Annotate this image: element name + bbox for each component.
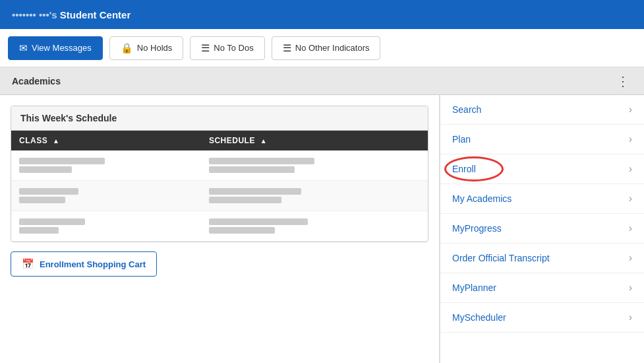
nav-item-label: My Academics — [452, 193, 512, 204]
nav-item-my-progress[interactable]: MyProgress › — [440, 214, 644, 244]
no-other-indicators-button[interactable]: ☰ No Other Indicators — [272, 36, 381, 60]
left-panel: This Week's Schedule CLASS ▲ SCHEDULE ▲ — [0, 95, 440, 363]
chevron-right-icon: › — [629, 133, 632, 145]
academics-options-button[interactable]: ⋮ — [614, 73, 632, 89]
nav-item-my-scheduler[interactable]: MyScheduler › — [440, 303, 644, 333]
nav-item-label: MyProgress — [452, 223, 502, 234]
list-icon: ☰ — [201, 42, 210, 54]
header: ••••••• •••'s Student Center — [0, 0, 644, 29]
right-panel: Search › Plan › Enroll › My Academics › … — [440, 95, 644, 363]
schedule-table: CLASS ▲ SCHEDULE ▲ — [11, 131, 428, 242]
main-content: This Week's Schedule CLASS ▲ SCHEDULE ▲ — [0, 95, 644, 363]
chevron-right-icon: › — [629, 193, 632, 205]
class-cell — [11, 211, 201, 242]
lock-icon: 🔒 — [121, 42, 133, 54]
nav-item-label: Order Official Transcript — [452, 253, 550, 263]
class-column-header: CLASS ▲ — [11, 131, 201, 150]
view-messages-button[interactable]: ✉ View Messages — [8, 36, 103, 60]
nav-item-plan[interactable]: Plan › — [440, 125, 644, 154]
nav-item-label: Enroll — [452, 164, 476, 174]
no-holds-button[interactable]: 🔒 No Holds — [109, 36, 183, 60]
chevron-right-icon: › — [629, 104, 632, 116]
table-row — [11, 211, 428, 242]
nav-item-order-transcript[interactable]: Order Official Transcript › — [440, 244, 644, 273]
chevron-right-icon: › — [629, 163, 632, 175]
table-row — [11, 181, 428, 211]
class-cell — [11, 150, 201, 181]
enrollment-shopping-cart-button[interactable]: 📅 Enrollment Shopping Cart — [11, 251, 157, 277]
nav-item-label: MyScheduler — [452, 312, 506, 323]
chevron-right-icon: › — [629, 222, 632, 234]
table-row — [11, 150, 428, 181]
schedule-column-header: SCHEDULE ▲ — [201, 131, 428, 150]
class-cell — [11, 181, 201, 211]
nav-item-label: Search — [452, 104, 481, 115]
envelope-icon: ✉ — [19, 42, 28, 54]
list2-icon: ☰ — [283, 42, 291, 54]
nav-item-my-planner[interactable]: MyPlanner › — [440, 273, 644, 303]
schedule-cell — [201, 181, 428, 211]
chevron-right-icon: › — [629, 252, 632, 264]
schedule-card: This Week's Schedule CLASS ▲ SCHEDULE ▲ — [11, 106, 428, 242]
nav-item-search[interactable]: Search › — [440, 95, 644, 125]
nav-item-my-academics[interactable]: My Academics › — [440, 184, 644, 214]
no-todos-button[interactable]: ☰ No To Dos — [190, 36, 264, 60]
header-prefix: ••••••• •••'s — [12, 9, 57, 20]
schedule-card-header: This Week's Schedule — [11, 106, 428, 131]
schedule-sort-icon[interactable]: ▲ — [260, 137, 267, 145]
header-title: ••••••• •••'s Student Center — [12, 9, 131, 20]
nav-item-label: Plan — [452, 134, 471, 145]
class-sort-icon[interactable]: ▲ — [53, 137, 59, 145]
calendar-icon: 📅 — [22, 258, 34, 270]
chevron-right-icon: › — [629, 312, 632, 323]
schedule-cell — [201, 211, 428, 242]
toolbar: ✉ View Messages 🔒 No Holds ☰ No To Dos ☰… — [0, 29, 644, 67]
nav-item-enroll[interactable]: Enroll › — [440, 154, 644, 184]
schedule-cell — [201, 150, 428, 181]
academics-bar: Academics ⋮ — [0, 67, 644, 95]
academics-title: Academics — [12, 76, 61, 86]
nav-item-label: MyPlanner — [452, 282, 496, 293]
chevron-right-icon: › — [629, 282, 632, 294]
